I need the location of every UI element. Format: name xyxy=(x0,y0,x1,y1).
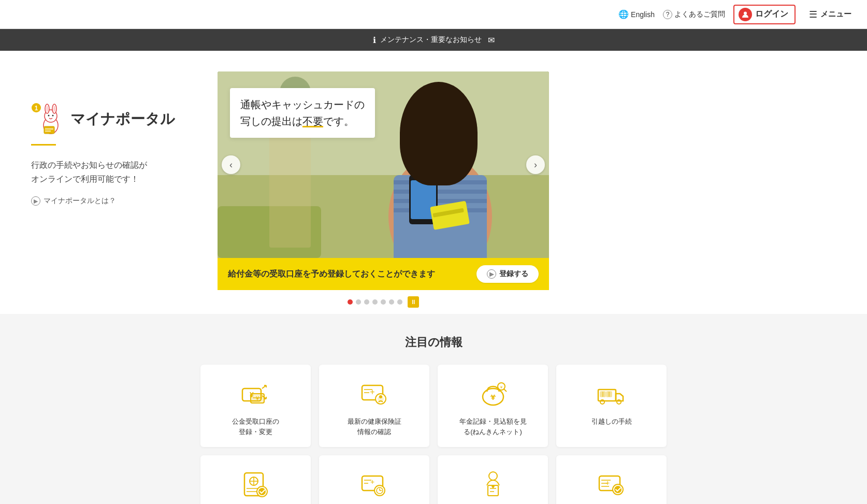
brand-logo: 1 マイナポータル xyxy=(31,103,197,136)
faq-link[interactable]: ? よくあるご質問 xyxy=(663,10,725,19)
carousel-dot-5[interactable] xyxy=(381,299,386,305)
user-icon xyxy=(739,8,752,21)
medical-icon xyxy=(476,468,510,501)
language-selector[interactable]: 🌐 English xyxy=(618,9,655,19)
carousel-prev-button[interactable]: ‹ xyxy=(222,155,240,174)
svg-line-55 xyxy=(504,389,507,392)
top-navigation: 🌐 English ? よくあるご質問 ログイン ☰ メニュー xyxy=(0,0,867,29)
info-card-label: 引越しの手続 xyxy=(591,416,632,427)
yen-card-icon: ¥ ¥ xyxy=(239,377,272,410)
info-grid-row1: ¥ ¥ 公金受取口座の 登録・変更 + xyxy=(200,365,667,447)
svg-text:+: + xyxy=(370,387,374,396)
health-card-icon: + xyxy=(358,377,391,410)
info-card-moving[interactable]: 引越しの手続 xyxy=(556,365,667,447)
hero-section: 1 マイナポータル 行政の手続やお知らせ xyxy=(0,51,867,314)
svg-point-31 xyxy=(446,134,451,139)
hamburger-icon: ☰ xyxy=(809,9,817,20)
info-grid-row2: パスポートの + 健康保険証利用の xyxy=(200,455,667,504)
globe-icon: 🌐 xyxy=(618,9,629,19)
register-label: 登録する xyxy=(499,269,528,279)
brand-divider xyxy=(31,144,56,146)
carousel-text-line2: 写しの提出は不要です。 xyxy=(240,113,365,129)
svg-point-80 xyxy=(489,472,497,480)
carousel-dot-6[interactable] xyxy=(389,299,394,305)
svg-rect-23 xyxy=(425,139,456,180)
language-label: English xyxy=(631,10,655,19)
info-card-health-ins-use[interactable]: + 健康保険証利用の xyxy=(319,455,429,504)
moving-icon xyxy=(595,377,628,410)
mail-icon: ✉ xyxy=(488,35,495,45)
section-title: 注目の情報 xyxy=(31,335,836,350)
svg-point-8 xyxy=(53,106,55,112)
health-insurance-icon: + xyxy=(358,468,391,501)
info-card-medical[interactable]: 診療・薬剤・医療費・ xyxy=(438,455,548,504)
brand-name: マイナポータル xyxy=(70,109,175,129)
register-button[interactable]: ▶ 登録する xyxy=(476,265,539,283)
svg-point-27 xyxy=(404,108,425,160)
svg-point-30 xyxy=(431,134,435,139)
pause-icon: ⏸ xyxy=(410,298,417,306)
login-button[interactable]: ログイン xyxy=(733,5,796,24)
carousel-bottom-text: 給付金等の受取口座を予め登録しておくことができます xyxy=(228,269,435,280)
svg-text:¥: ¥ xyxy=(491,393,495,401)
carousel-dots: ⏸ xyxy=(218,290,549,314)
carousel-dot-7[interactable] xyxy=(397,299,402,305)
announcement-text: メンテナンス・重要なお知らせ xyxy=(380,35,482,45)
question-icon: ? xyxy=(663,10,672,19)
carousel-dot-2[interactable] xyxy=(356,299,361,305)
svg-text:+: + xyxy=(605,479,609,487)
svg-point-29 xyxy=(445,133,451,140)
svg-point-7 xyxy=(46,106,48,112)
svg-point-25 xyxy=(417,113,464,165)
pension-icon: ¥ ¥ xyxy=(476,377,510,410)
carousel-next-button[interactable]: › xyxy=(526,155,545,174)
info-card-pension[interactable]: ¥ ¥ 年金記録・見込額を見 る(ねんきんネット) xyxy=(438,365,548,447)
svg-rect-11 xyxy=(44,126,54,134)
carousel-bottom-banner: 給付金等の受取口座を予め登録しておくことができます ▶ 登録する xyxy=(218,258,549,290)
svg-point-24 xyxy=(409,92,471,165)
circle-arrow-icon: ▶ xyxy=(31,196,40,206)
circle-play-icon: ▶ xyxy=(487,269,496,279)
info-card-label: 年金記録・見込額を見 る(ねんきんネット) xyxy=(459,416,527,437)
info-icon: ℹ xyxy=(373,35,376,45)
carousel-dot-1[interactable] xyxy=(348,299,353,305)
svg-point-28 xyxy=(429,133,436,140)
svg-text:¥: ¥ xyxy=(255,396,259,401)
rabbit-mascot: 1 xyxy=(31,103,64,136)
info-card-public-bank[interactable]: ¥ ¥ 公金受取口座の 登録・変更 xyxy=(200,365,311,447)
info-card-label: 公金受取口座の 登録・変更 xyxy=(232,416,279,437)
about-link[interactable]: ▶ マイナポータルとは？ xyxy=(31,196,197,206)
carousel-wrapper: 通帳やキャッシュカードの 写しの提出は不要です。 ‹ › 給付金等の受取口座を予… xyxy=(218,71,836,314)
about-link-label: マイナポータルとは？ xyxy=(44,196,116,206)
svg-point-48 xyxy=(379,395,382,398)
svg-point-9 xyxy=(48,115,50,117)
my-number-icon: + xyxy=(595,468,628,501)
carousel-text-box: 通帳やキャッシュカードの 写しの提出は不要です。 xyxy=(230,88,375,138)
announcement-bar: ℹ メンテナンス・重要なお知らせ ✉ xyxy=(0,29,867,51)
info-card-mynumber[interactable]: + マイナンバーカードの xyxy=(556,455,667,504)
left-panel: 1 マイナポータル 行政の手続やお知らせ xyxy=(31,71,197,206)
svg-point-0 xyxy=(744,11,747,15)
menu-button[interactable]: ☰ メニュー xyxy=(804,7,857,22)
svg-text:¥: ¥ xyxy=(499,385,502,390)
passport-icon xyxy=(239,468,272,501)
carousel-text-line1: 通帳やキャッシュカードの xyxy=(240,96,365,113)
svg-rect-20 xyxy=(394,190,487,194)
info-card-health-insurance[interactable]: + 最新の健康保険証 情報の確認 xyxy=(319,365,429,447)
menu-label: メニュー xyxy=(820,9,851,19)
login-label: ログイン xyxy=(755,9,788,20)
svg-rect-19 xyxy=(394,180,487,184)
hero-description: 行政の手続やお知らせの確認が オンラインで利用可能です！ xyxy=(31,158,197,186)
svg-point-10 xyxy=(52,115,54,117)
info-card-passport[interactable]: パスポートの xyxy=(200,455,311,504)
carousel-image: 通帳やキャッシュカードの 写しの提出は不要です。 ‹ › xyxy=(218,71,549,258)
carousel-dot-4[interactable] xyxy=(372,299,378,305)
carousel-pause-button[interactable]: ⏸ xyxy=(408,296,419,308)
info-card-label: 最新の健康保険証 情報の確認 xyxy=(348,416,401,437)
info-section: 注目の情報 ¥ ¥ 公金受取口座の 登録・変更 xyxy=(0,314,867,504)
faq-label: よくあるご質問 xyxy=(674,10,725,19)
carousel: 通帳やキャッシュカードの 写しの提出は不要です。 ‹ › 給付金等の受取口座を予… xyxy=(218,71,549,314)
carousel-text-underline: 不要 xyxy=(302,116,323,127)
svg-rect-21 xyxy=(394,199,487,203)
carousel-dot-3[interactable] xyxy=(364,299,369,305)
